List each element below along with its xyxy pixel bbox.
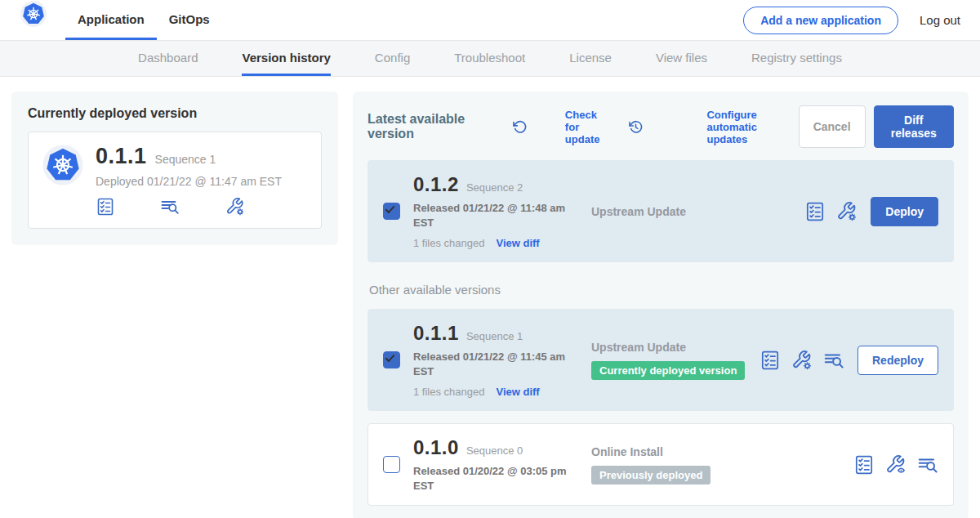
preflight-checks-icon[interactable] — [836, 201, 858, 222]
main-content: Currently deployed version 0.1.1 Sequenc — [0, 77, 980, 518]
tab-version-history[interactable]: Version history — [242, 41, 330, 76]
released-timestamp: Released 01/20/22 @ 03:05 pm EST — [413, 464, 578, 493]
version-number: 0.1.0 — [413, 436, 459, 459]
app-sub-nav: Dashboard Version history Config Trouble… — [0, 41, 980, 77]
add-application-button[interactable]: Add a new application — [743, 7, 898, 34]
tab-license[interactable]: License — [569, 41, 612, 76]
configure-updates-label: Configure automatic updates — [706, 109, 778, 145]
top-nav: Application GitOps Add a new application… — [0, 0, 980, 41]
version-source: Upstream Update — [591, 341, 760, 354]
view-logs-icon[interactable] — [823, 350, 844, 371]
tab-config[interactable]: Config — [375, 41, 410, 76]
currently-deployed-card: Currently deployed version 0.1.1 Sequenc — [11, 92, 338, 245]
tab-view-files[interactable]: View files — [656, 41, 707, 76]
view-logs-icon[interactable] — [160, 197, 216, 217]
redeploy-button[interactable]: Redeploy — [858, 346, 938, 375]
version-row-0-1-0: 0.1.0 Sequence 0 Released 01/20/22 @ 03:… — [368, 423, 954, 506]
available-versions-panel: Latest available version Check for updat… — [353, 92, 969, 518]
released-timestamp: Released 01/21/22 @ 11:45 am EST — [413, 350, 578, 378]
view-diff-link[interactable]: View diff — [496, 386, 539, 398]
preflight-view-icon[interactable] — [885, 454, 906, 476]
version-row-0-1-1: 0.1.1 Sequence 1 Released 01/21/22 @ 11:… — [368, 309, 954, 411]
previously-deployed-badge: Previously deployed — [591, 466, 710, 485]
deployed-card-title: Currently deployed version — [28, 106, 322, 121]
refresh-icon — [512, 119, 560, 135]
view-diff-link[interactable]: View diff — [496, 237, 539, 249]
release-notes-icon[interactable] — [804, 201, 826, 222]
tab-application[interactable]: Application — [65, 0, 157, 40]
view-logs-icon[interactable] — [917, 454, 938, 476]
version-sequence: Sequence 1 — [466, 330, 523, 342]
tab-dashboard[interactable]: Dashboard — [138, 41, 198, 76]
version-source: Upstream Update — [591, 205, 804, 218]
release-notes-icon[interactable] — [853, 454, 875, 476]
version-sequence: Sequence 2 — [466, 181, 523, 194]
scheduled-update-icon — [628, 119, 702, 135]
released-timestamp: Released 01/21/22 @ 11:48 am EST — [413, 201, 578, 230]
currently-deployed-badge: Currently deployed version — [591, 361, 745, 380]
release-notes-icon[interactable] — [96, 197, 152, 217]
version-row-0-1-2: 0.1.2 Sequence 2 Released 01/21/22 @ 11:… — [368, 160, 954, 262]
deployed-version-number: 0.1.1 — [96, 144, 147, 169]
latest-available-title: Latest available version — [368, 112, 501, 141]
cancel-button[interactable]: Cancel — [799, 105, 866, 148]
version-source: Online Install — [591, 445, 853, 458]
preflight-checks-icon[interactable] — [791, 350, 813, 371]
configure-automatic-updates-link[interactable]: Configure automatic updates — [628, 109, 779, 145]
files-changed-label: 1 files changed — [413, 386, 484, 398]
version-checkbox[interactable] — [383, 456, 400, 473]
check-for-update-link[interactable]: Check for update — [512, 109, 608, 145]
files-changed-label: 1 files changed — [413, 237, 484, 249]
app-kubernetes-icon — [42, 144, 84, 217]
version-number: 0.1.2 — [413, 173, 459, 196]
tab-registry-settings[interactable]: Registry settings — [751, 41, 842, 76]
version-checkbox[interactable] — [383, 351, 400, 368]
check-for-update-label: Check for update — [565, 109, 608, 145]
app-tabs: Application GitOps — [65, 0, 222, 40]
kubernetes-logo-icon — [20, 0, 47, 40]
logout-button[interactable]: Log out — [920, 0, 960, 40]
diff-releases-button[interactable]: Diff releases — [874, 105, 954, 148]
version-sequence: Sequence 0 — [466, 444, 523, 457]
deployed-version-card: 0.1.1 Sequence 1 Deployed 01/21/22 @ 11:… — [28, 132, 322, 229]
version-checkbox[interactable] — [383, 203, 400, 220]
release-notes-icon[interactable] — [760, 350, 781, 371]
tab-gitops[interactable]: GitOps — [157, 0, 222, 40]
preflight-checks-icon[interactable] — [225, 197, 282, 217]
tab-troubleshoot[interactable]: Troubleshoot — [454, 41, 525, 76]
other-versions-title: Other available versions — [369, 283, 954, 297]
deployed-timestamp: Deployed 01/21/22 @ 11:47 am EST — [96, 175, 282, 188]
deploy-button[interactable]: Deploy — [871, 197, 938, 226]
top-nav-spacer — [222, 0, 743, 40]
deployed-sequence: Sequence 1 — [155, 153, 216, 166]
version-number: 0.1.1 — [413, 322, 459, 345]
